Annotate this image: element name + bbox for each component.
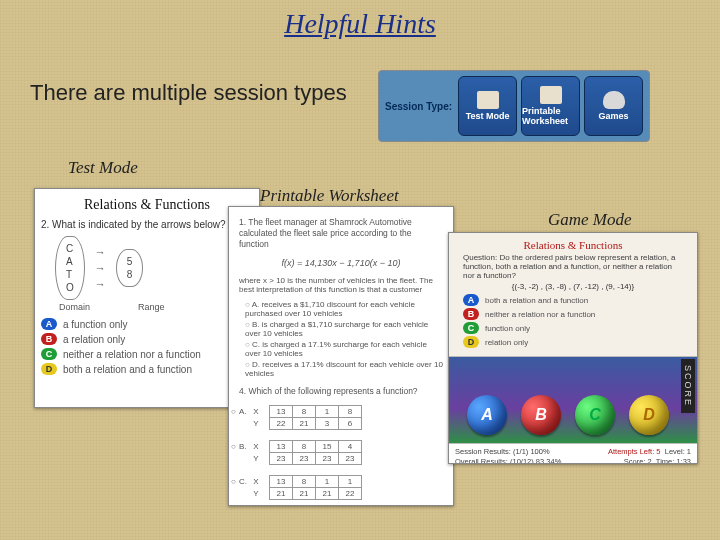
gchoice-b[interactable]: Bneither a relation nor a function <box>463 308 683 320</box>
test-header: Relations & Functions <box>41 197 253 213</box>
btn-label: Test Mode <box>466 111 510 121</box>
range-oval: 5 8 <box>116 249 144 287</box>
game-ordered-pairs: {(-3, -2) , (3, -8) , (7, -12) , (9, -14… <box>455 282 691 294</box>
game-title: Relations & Functions <box>455 239 691 251</box>
game-question: Question: Do the ordered pairs below rep… <box>455 253 691 282</box>
test-question: 2. What is indicated by the arrows below… <box>41 219 253 230</box>
btn-label: Printable Worksheet <box>522 106 579 126</box>
document-icon <box>477 91 499 109</box>
subtitle: There are multiple session types <box>30 80 347 106</box>
gchoice-a[interactable]: Aboth a relation and a function <box>463 294 683 306</box>
work-q1: 1. The fleet manager at Shamrock Automot… <box>239 217 443 250</box>
opt-d[interactable]: D. receives a 17.1% discount for each ve… <box>245 360 443 378</box>
caption-game: Game Mode <box>548 210 632 230</box>
game-arena: SCORE A B C D <box>449 357 697 443</box>
score-label: SCORE <box>681 359 695 413</box>
choice-c[interactable]: Cneither a relation nor a function <box>41 348 253 360</box>
work-table: X13811Y21212122 <box>245 475 362 500</box>
test-mode-panel: Relations & Functions 2. What is indicat… <box>34 188 260 408</box>
work-options: A. receives a $1,710 discount for each v… <box>245 300 443 378</box>
session-type-strip: Session Type: Test Mode Printable Worksh… <box>378 70 650 142</box>
caption-worksheet: Printable Worksheet <box>260 186 399 206</box>
game-status: Session Results: (1/1) 100%Attempts Left… <box>449 443 697 464</box>
worksheet-icon <box>540 86 562 104</box>
page-title: Helpful Hints <box>0 8 720 40</box>
gamepad-icon <box>603 91 625 109</box>
test-mode-button[interactable]: Test Mode <box>458 76 517 136</box>
ball-d[interactable]: D <box>629 395 669 435</box>
work-table: X138154Y23232323 <box>245 440 362 465</box>
work-tables: ○A.X13818Y222136○B.X138154Y23232323○C.X1… <box>245 405 443 506</box>
gchoice-c[interactable]: Cfunction only <box>463 322 683 334</box>
domain-oval: C A T O <box>55 236 85 300</box>
printable-worksheet-button[interactable]: Printable Worksheet <box>521 76 580 136</box>
ball-c[interactable]: C <box>575 395 615 435</box>
ball-b[interactable]: B <box>521 395 561 435</box>
caption-test: Test Mode <box>68 158 138 178</box>
game-choices: Aboth a relation and a function Bneither… <box>455 294 691 352</box>
worksheet-panel: 1. The fleet manager at Shamrock Automot… <box>228 206 454 506</box>
game-header-bar: Relations & Functions Question: Do the o… <box>449 233 697 357</box>
strip-label: Session Type: <box>385 101 452 112</box>
ball-a[interactable]: A <box>467 395 507 435</box>
mapping-diagram: C A T O →→→ 5 8 <box>55 236 253 300</box>
choice-a[interactable]: Aa function only <box>41 318 253 330</box>
choice-b[interactable]: Ba relation only <box>41 333 253 345</box>
work-q2: 4. Which of the following represents a f… <box>239 386 443 397</box>
work-note: where x > 10 is the number of vehicles i… <box>239 276 443 294</box>
domain-range-labels: Domain Range <box>59 302 253 312</box>
opt-b[interactable]: B. is charged a $1,710 surcharge for eac… <box>245 320 443 338</box>
test-choices: Aa function only Ba relation only Cneith… <box>41 318 253 375</box>
games-button[interactable]: Games <box>584 76 643 136</box>
work-formula: f(x) = 14,130x − 1,710(x − 10) <box>239 258 443 268</box>
choice-d[interactable]: Dboth a relation and a function <box>41 363 253 375</box>
opt-c[interactable]: C. is charged a 17.1% surcharge for each… <box>245 340 443 358</box>
btn-label: Games <box>599 111 629 121</box>
work-table: X13818Y222136 <box>245 405 362 430</box>
opt-a[interactable]: A. receives a $1,710 discount for each v… <box>245 300 443 318</box>
arrow-icon: →→→ <box>95 246 106 290</box>
game-panel: Relations & Functions Question: Do the o… <box>448 232 698 464</box>
gchoice-d[interactable]: Drelation only <box>463 336 683 348</box>
